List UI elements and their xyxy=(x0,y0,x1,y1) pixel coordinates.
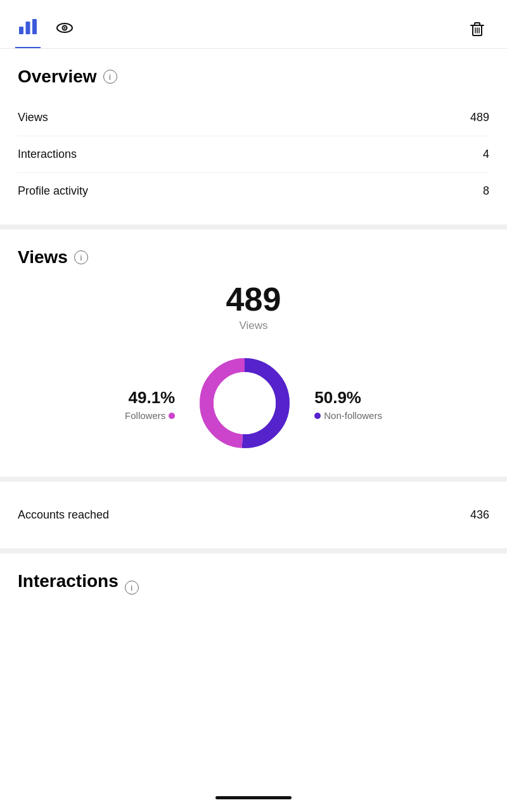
followers-legend: 49.1% Followers xyxy=(125,388,175,421)
overview-section: Overview i Views 489 Interactions 4 Prof… xyxy=(0,49,507,229)
views-chart: 489 Views 49.1% Followers xyxy=(18,283,489,456)
accounts-reached-section: Accounts reached 436 xyxy=(0,482,507,553)
non-followers-percent: 50.9% xyxy=(314,388,361,408)
tab-strip xyxy=(15,10,76,48)
followers-dot xyxy=(169,413,175,419)
tab-analytics[interactable] xyxy=(15,10,41,48)
non-followers-legend: 50.9% Non-followers xyxy=(314,388,382,421)
bottom-indicator xyxy=(215,796,292,799)
donut-chart xyxy=(194,352,295,456)
stat-label-profile-activity: Profile activity xyxy=(18,184,88,198)
bar-chart-icon xyxy=(18,16,38,39)
non-followers-dot xyxy=(314,413,321,419)
tab-preview[interactable] xyxy=(53,13,76,48)
donut-row: 49.1% Followers xyxy=(18,352,489,456)
bottom-home-indicator-area xyxy=(0,786,507,812)
eye-icon xyxy=(56,19,74,39)
accounts-reached-value: 436 xyxy=(470,508,489,522)
accounts-reached-row: Accounts reached 436 xyxy=(18,497,489,533)
views-title-text: Views xyxy=(18,247,68,267)
stat-value-views: 489 xyxy=(470,111,489,124)
stat-row-interactions: Interactions 4 xyxy=(18,136,489,173)
svg-rect-1 xyxy=(26,22,30,34)
interactions-title-row: Interactions i xyxy=(18,571,489,604)
interactions-section: Interactions i xyxy=(0,553,507,614)
accounts-reached-label: Accounts reached xyxy=(18,508,109,522)
views-title: Views i xyxy=(18,247,489,267)
svg-point-5 xyxy=(64,27,66,29)
followers-percent: 49.1% xyxy=(129,388,176,408)
stat-value-interactions: 4 xyxy=(483,148,489,161)
overview-title-text: Overview xyxy=(18,67,97,87)
delete-button[interactable] xyxy=(463,14,492,45)
non-followers-label: Non-followers xyxy=(314,410,382,421)
interactions-title-text: Interactions xyxy=(18,571,119,591)
non-followers-label-text: Non-followers xyxy=(324,410,382,421)
stat-label-interactions: Interactions xyxy=(18,148,77,161)
svg-point-15 xyxy=(214,372,276,434)
overview-title: Overview i xyxy=(18,67,489,87)
svg-rect-8 xyxy=(475,23,480,25)
views-info-icon[interactable]: i xyxy=(74,250,88,264)
stat-row-views: Views 489 xyxy=(18,100,489,136)
svg-rect-0 xyxy=(19,27,23,34)
stat-value-profile-activity: 8 xyxy=(483,184,489,198)
top-bar xyxy=(0,0,507,49)
followers-label: Followers xyxy=(125,410,175,421)
overview-info-icon[interactable]: i xyxy=(103,70,117,84)
stat-row-profile-activity: Profile activity 8 xyxy=(18,173,489,209)
interactions-info-icon[interactable]: i xyxy=(125,581,139,595)
stat-label-views: Views xyxy=(18,111,48,124)
views-section: Views i 489 Views 49.1% Followers xyxy=(0,229,507,482)
followers-label-text: Followers xyxy=(125,410,165,421)
svg-rect-2 xyxy=(32,19,37,34)
views-sub-label: Views xyxy=(239,319,267,332)
views-big-number: 489 xyxy=(226,283,281,316)
